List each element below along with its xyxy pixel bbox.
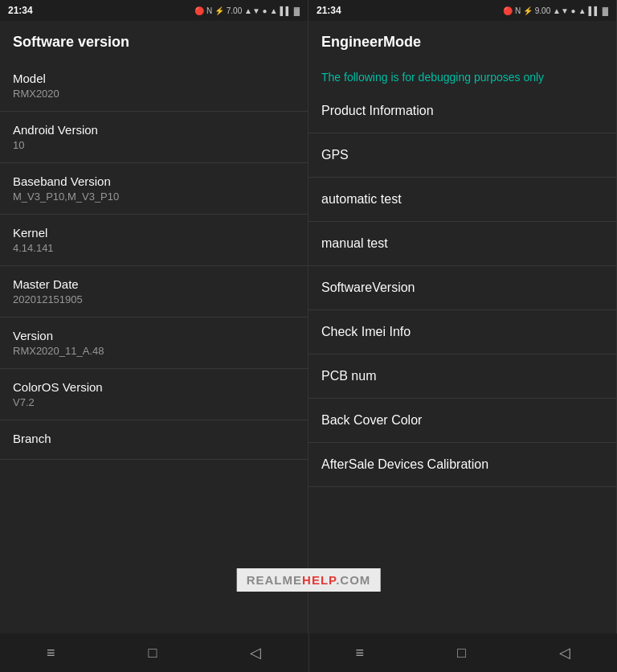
right-panel-header: EngineerMode (308, 21, 616, 60)
kernel-value: 4.14.141 (13, 242, 295, 254)
left-status-bar: 21:34 🔴 N ⚡ 7.00 ▲▼ ● ▲ ▌▌ ▓ (0, 0, 308, 21)
dual-nav-bar: ≡ □ ◁ ≡ □ ◁ (0, 633, 617, 672)
right-time: 21:34 (317, 5, 341, 16)
right-status-bar: 21:34 🔴 N ⚡ 9.00 ▲▼ ● ▲ ▌▌ ▓ (308, 0, 616, 21)
coloros-version-label: ColorOS Version (13, 380, 295, 394)
menu-item-product-information[interactable]: Product Information (308, 89, 616, 133)
left-status-icons: 🔴 N ⚡ 7.00 ▲▼ ● ▲ ▌▌ ▓ (194, 6, 300, 15)
baseband-item: Baseband Version M_V3_P10,M_V3_P10 (0, 163, 308, 215)
version-label: Version (13, 329, 295, 342)
debug-notice: The following is for debugging purposes … (308, 60, 616, 89)
master-date-label: Master Date (13, 277, 295, 291)
left-panel-title: Software version (13, 34, 129, 50)
right-back-icon[interactable]: ◁ (543, 637, 586, 668)
left-signal-bar: ▌▌ (280, 6, 292, 15)
android-version-item: Android Version 10 (0, 112, 308, 163)
right-panel-title: EngineerMode (321, 34, 421, 50)
coloros-version-value: V7.2 (13, 396, 295, 408)
right-status-icons: 🔴 N ⚡ 9.00 ▲▼ ● ▲ ▌▌ ▓ (503, 6, 608, 15)
menu-item-automatic-test[interactable]: automatic test (308, 178, 616, 222)
master-date-value: 202012151905 (13, 293, 295, 305)
coloros-version-item: ColorOS Version V7.2 (0, 369, 308, 420)
left-nav-panel: ≡ □ ◁ (0, 633, 309, 672)
menu-item-manual-test[interactable]: manual test (308, 222, 616, 266)
right-phone-panel: 21:34 🔴 N ⚡ 9.00 ▲▼ ● ▲ ▌▌ ▓ EngineerMod… (308, 0, 617, 633)
kernel-label: Kernel (13, 226, 295, 240)
left-time: 21:34 (8, 5, 33, 16)
left-wifi-icon: ▲ (270, 6, 278, 15)
menu-item-back-cover-color[interactable]: Back Cover Color (308, 399, 616, 443)
model-info-item: Model RMX2020 (0, 60, 308, 112)
baseband-label: Baseband Version (13, 174, 295, 188)
master-date-item: Master Date 202012151905 (0, 266, 308, 318)
software-info-list: Model RMX2020 Android Version 10 Baseban… (0, 60, 308, 633)
version-value: RMX2020_11_A.48 (13, 345, 295, 357)
right-wifi-icon: ▲ (578, 6, 586, 15)
right-battery-icon: ▓ (603, 6, 608, 15)
right-menu-icon[interactable]: ≡ (340, 638, 381, 668)
kernel-item: Kernel 4.14.141 (0, 215, 308, 266)
right-nav-panel: ≡ □ ◁ (309, 633, 618, 672)
left-home-icon[interactable]: □ (133, 638, 174, 668)
left-back-icon[interactable]: ◁ (234, 637, 277, 668)
branch-label: Branch (13, 432, 295, 445)
android-version-value: 10 (13, 139, 295, 151)
engineer-menu-list: Product Information GPS automatic test m… (308, 89, 616, 633)
model-value: RMX2020 (13, 88, 295, 100)
android-version-label: Android Version (13, 123, 295, 137)
menu-item-gps[interactable]: GPS (308, 133, 616, 178)
left-notification-icon: 🔴 (194, 6, 204, 15)
right-notification-icon: 🔴 (503, 6, 513, 15)
left-signal-icons: N ⚡ 7.00 ▲▼ ● (206, 6, 268, 15)
left-menu-icon[interactable]: ≡ (31, 638, 72, 668)
baseband-value: M_V3_P10,M_V3_P10 (13, 191, 295, 203)
menu-item-software-version[interactable]: SoftwareVersion (308, 266, 616, 310)
branch-item: Branch (0, 420, 308, 460)
version-item: Version RMX2020_11_A.48 (0, 318, 308, 369)
left-battery-icon: ▓ (294, 6, 300, 15)
right-signal-icons: N ⚡ 9.00 ▲▼ ● (515, 6, 576, 15)
menu-item-check-imei-info[interactable]: Check Imei Info (308, 310, 616, 354)
left-phone-panel: 21:34 🔴 N ⚡ 7.00 ▲▼ ● ▲ ▌▌ ▓ Software ve… (0, 0, 308, 633)
model-label: Model (13, 72, 295, 85)
menu-item-aftersale-calibration[interactable]: AfterSale Devices Calibration (308, 443, 616, 487)
dual-screen: 21:34 🔴 N ⚡ 7.00 ▲▼ ● ▲ ▌▌ ▓ Software ve… (0, 0, 617, 633)
menu-item-pcb-num[interactable]: PCB num (308, 354, 616, 399)
right-home-icon[interactable]: □ (441, 638, 482, 668)
left-panel-header: Software version (0, 21, 308, 60)
right-signal-bar: ▌▌ (589, 6, 600, 15)
